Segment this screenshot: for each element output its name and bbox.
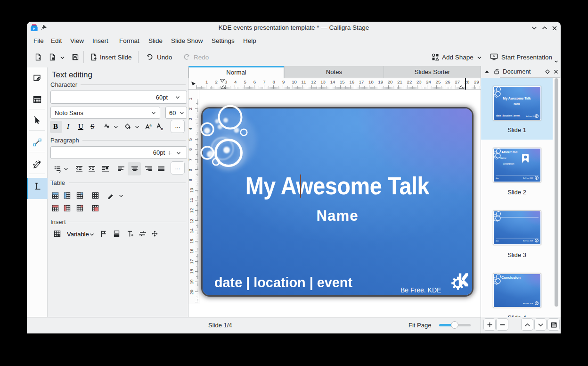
svg-text:Be Free. KDE: Be Free. KDE	[526, 116, 536, 117]
svg-text:a: a	[150, 123, 152, 127]
svg-text:Be Free. KDE: Be Free. KDE	[523, 177, 533, 179]
svg-text:Conclusion: Conclusion	[501, 275, 521, 280]
svg-text:Name:: Name:	[500, 157, 506, 159]
svg-text:b: b	[161, 127, 163, 131]
svg-text:date: date	[496, 240, 499, 242]
svg-text:Description:: Description:	[503, 163, 514, 165]
svg-text:Be Free. KDE: Be Free. KDE	[523, 240, 533, 242]
svg-text:My Awesome Talk: My Awesome Talk	[503, 97, 531, 100]
svg-text:date | location | event: date | location | event	[496, 114, 520, 117]
svg-text:date: date	[496, 177, 499, 179]
svg-text:Be Free. KDE: Be Free. KDE	[523, 303, 533, 305]
svg-text:Name: Name	[514, 102, 520, 105]
svg-text:About me: About me	[501, 150, 518, 154]
